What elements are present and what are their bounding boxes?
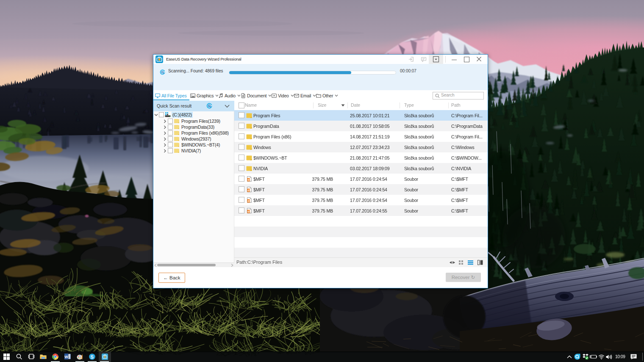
svg-text:S: S <box>91 354 94 359</box>
svg-text:W: W <box>64 355 68 359</box>
svg-text:d: d <box>247 188 250 192</box>
svg-text:d: d <box>247 199 250 203</box>
svg-text:d: d <box>247 178 250 182</box>
svg-text:d: d <box>247 210 250 213</box>
